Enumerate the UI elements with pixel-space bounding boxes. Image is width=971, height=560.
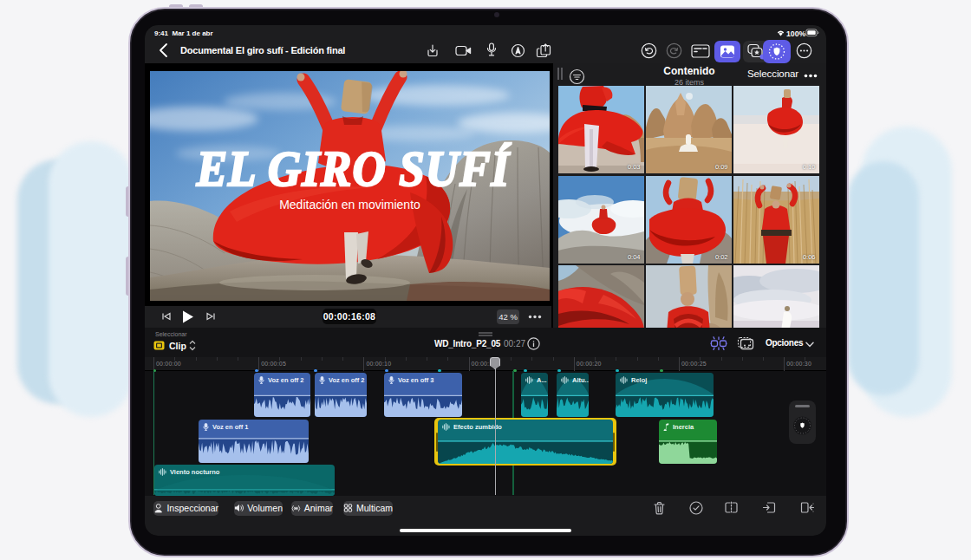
svg-text:100%: 100% xyxy=(786,29,805,38)
